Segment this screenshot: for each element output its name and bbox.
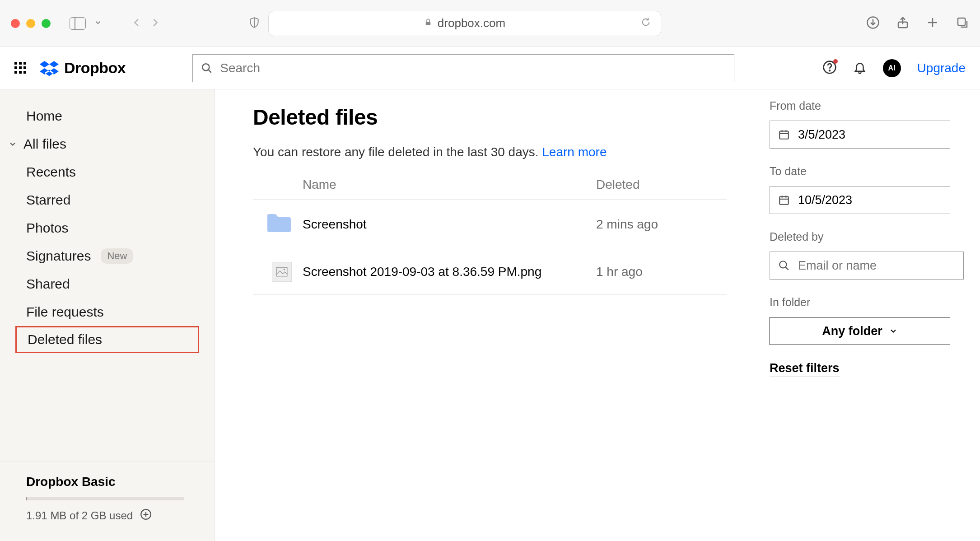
notification-dot-icon [833,59,838,64]
app-header: Dropbox AI Upgrade [0,47,980,89]
in-folder-label: In folder [770,296,958,309]
search-icon [778,260,790,271]
upgrade-storage-icon[interactable] [140,508,152,523]
sidebar-item-signatures[interactable]: SignaturesNew [0,242,215,270]
sidebar-toggle-icon[interactable] [70,17,86,30]
table-row[interactable]: Screenshot 2 mins ago [253,200,727,249]
chevron-down-icon [889,326,898,336]
brand-logo[interactable]: Dropbox [40,59,126,77]
sidebar-item-shared[interactable]: Shared [0,270,215,298]
page-subtitle: You can restore any file deleted in the … [253,145,727,159]
column-name[interactable]: Name [253,177,596,192]
table-header: Name Deleted [253,170,727,200]
column-deleted[interactable]: Deleted [596,177,727,192]
chevron-down-icon[interactable] [94,19,102,28]
from-date-label: From date [770,99,958,112]
svg-point-7 [203,64,210,70]
help-button[interactable] [822,60,837,76]
sidebar: Home All files Recents Starred Photos Si… [0,89,215,541]
file-name: Screenshot [303,217,596,232]
lock-icon [424,16,432,30]
forward-button[interactable] [150,16,160,31]
sidebar-item-starred[interactable]: Starred [0,186,215,214]
reset-filters-button[interactable]: Reset filters [770,361,840,377]
calendar-icon [778,129,790,140]
reload-icon[interactable] [641,16,651,30]
brand-text: Dropbox [64,59,126,77]
browser-toolbar: dropbox.com [0,0,980,47]
search-icon [201,62,213,74]
deleted-time: 1 hr ago [596,265,727,279]
filter-panel: From date 3/5/2023 To date 10/5/2023 Del… [759,89,980,541]
deleted-by-label: Deleted by [770,230,958,243]
from-date-input[interactable]: 3/5/2023 [770,121,950,149]
to-date-label: To date [770,165,958,178]
plan-name: Dropbox Basic [26,475,188,489]
sidebar-item-deleted-files[interactable]: Deleted files [15,326,199,353]
deleted-files-table: Name Deleted Screenshot 2 mins ago Scree… [253,170,727,295]
svg-rect-16 [779,131,789,139]
dropbox-icon [40,60,59,76]
url-text: dropbox.com [438,16,505,30]
deleted-time: 2 mins ago [596,217,727,232]
new-tab-icon[interactable] [926,16,939,31]
svg-line-25 [785,267,789,270]
search-field[interactable] [220,61,726,75]
sidebar-item-home[interactable]: Home [0,102,215,130]
storage-progress [26,497,184,500]
storage-text: 1.91 MB of 2 GB used [26,509,133,522]
folder-icon [266,212,292,236]
image-file-icon [272,262,292,282]
svg-rect-6 [958,18,965,25]
address-bar[interactable]: dropbox.com [268,11,661,36]
deleted-by-input[interactable] [770,252,964,280]
svg-rect-14 [276,267,287,276]
upgrade-link[interactable]: Upgrade [917,61,966,75]
apps-grid-icon[interactable] [14,62,27,75]
calendar-icon [778,194,790,206]
learn-more-link[interactable]: Learn more [542,145,607,159]
search-input[interactable] [192,54,734,82]
table-row[interactable]: Screenshot 2019-09-03 at 8.36.59 PM.png … [253,249,727,295]
maximize-window-button[interactable] [42,19,51,28]
sidebar-item-photos[interactable]: Photos [0,214,215,242]
notifications-button[interactable] [853,60,867,77]
privacy-shield-icon[interactable] [248,16,260,31]
close-window-button[interactable] [11,19,20,28]
share-icon[interactable] [896,16,910,31]
svg-point-10 [829,70,830,71]
page-title: Deleted files [253,105,727,130]
main-content: Deleted files You can restore any file d… [215,89,759,541]
folder-select[interactable]: Any folder [770,317,950,345]
svg-rect-20 [779,196,789,204]
svg-rect-0 [426,22,431,25]
chevron-down-icon [8,136,17,152]
sidebar-footer: Dropbox Basic 1.91 MB of 2 GB used [0,462,215,541]
sidebar-item-recents[interactable]: Recents [0,158,215,186]
avatar[interactable]: AI [883,59,901,77]
minimize-window-button[interactable] [26,19,35,28]
file-name: Screenshot 2019-09-03 at 8.36.59 PM.png [303,265,596,279]
sidebar-item-all-files[interactable]: All files [0,130,215,158]
downloads-icon[interactable] [866,16,880,31]
back-button[interactable] [132,16,142,31]
svg-point-15 [284,269,285,270]
svg-line-8 [209,70,212,73]
sidebar-item-file-requests[interactable]: File requests [0,298,215,326]
new-badge: New [101,248,133,264]
window-controls [11,19,51,28]
to-date-input[interactable]: 10/5/2023 [770,186,950,214]
tabs-icon[interactable] [956,16,969,31]
svg-point-24 [779,261,786,268]
